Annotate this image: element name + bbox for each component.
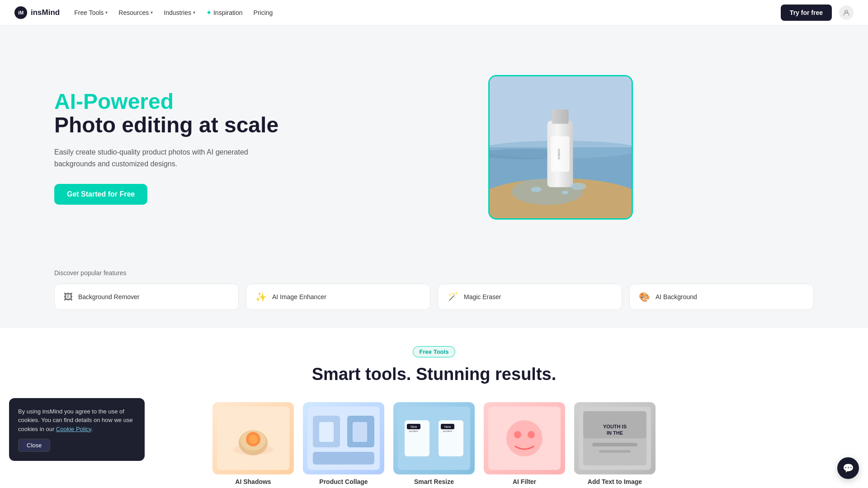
tool-product-collage[interactable]: Product Collage — [303, 402, 384, 485]
feature-magic-eraser[interactable]: 🪄 Magic Eraser — [438, 284, 622, 310]
chevron-down-icon: ▾ — [193, 10, 195, 15]
hero-product-image: insMind — [488, 75, 633, 220]
chat-icon: 💬 — [843, 463, 854, 474]
svg-text:IN THE: IN THE — [607, 430, 623, 436]
cookie-banner: By using insMind you agree to the use of… — [9, 398, 145, 461]
tool-smart-resize[interactable]: New product New product Smart Resize — [393, 402, 475, 485]
svg-point-38 — [528, 431, 535, 438]
tool-ai-filter[interactable]: AI Filter — [484, 402, 565, 485]
hero-scene-svg: insMind — [490, 75, 632, 220]
nav-industries[interactable]: Industries ▾ — [164, 7, 195, 18]
svg-point-11 — [531, 187, 542, 192]
user-icon — [843, 9, 850, 16]
plus-icon: ✦ — [206, 9, 212, 16]
svg-rect-8 — [552, 110, 568, 124]
free-tools-badge: Free Tools — [413, 346, 456, 357]
ai-shadows-svg — [217, 407, 289, 470]
add-text-label: Add Text to Image — [588, 478, 642, 485]
chevron-down-icon: ▾ — [151, 10, 153, 15]
nav-right: Try for free — [781, 5, 854, 21]
svg-rect-45 — [599, 450, 631, 453]
hero-left: AI-Powered Photo editing at scale Easily… — [54, 90, 307, 205]
svg-point-12 — [571, 183, 586, 190]
ai-filter-svg — [488, 407, 561, 470]
svg-rect-24 — [319, 422, 334, 442]
feature-image-enhancer[interactable]: ✨ AI Image Enhancer — [246, 284, 430, 310]
svg-text:New: New — [410, 425, 417, 428]
cookie-close-button[interactable]: Close — [18, 439, 50, 452]
logo[interactable]: iM insMind — [14, 6, 60, 19]
chevron-down-icon: ▾ — [105, 10, 108, 15]
nav-pricing[interactable]: Pricing — [254, 7, 273, 18]
product-collage-svg — [307, 407, 380, 470]
ai-filter-thumb — [484, 402, 565, 474]
feature-background-remover[interactable]: 🖼 Background Remover — [54, 284, 239, 310]
svg-point-13 — [561, 191, 569, 194]
nav-links: Free Tools ▾ Resources ▾ Industries ▾ ✦ … — [74, 7, 766, 18]
svg-text:insMind: insMind — [557, 149, 561, 160]
add-text-thumb: YOUTH IS IN THE — [574, 402, 656, 474]
features-section: Discover popular features 🖼 Background R… — [0, 260, 868, 328]
svg-point-36 — [506, 420, 542, 456]
cookie-policy-link[interactable]: Cookie Policy — [56, 426, 91, 432]
image-enhancer-icon: ✨ — [255, 291, 267, 302]
svg-point-37 — [514, 431, 521, 438]
smart-resize-thumb: New product New product — [393, 402, 475, 474]
hero-title: Photo editing at scale — [54, 113, 307, 137]
nav-resources[interactable]: Resources ▾ — [118, 7, 153, 18]
product-collage-thumb — [303, 402, 384, 474]
ai-shadows-thumb — [212, 402, 294, 474]
svg-rect-23 — [313, 452, 374, 465]
ai-shadows-label: AI Shadows — [235, 478, 271, 485]
logo-text: insMind — [31, 8, 60, 17]
chat-bubble-button[interactable]: 💬 — [837, 457, 859, 479]
features-grid: 🖼 Background Remover ✨ AI Image Enhancer… — [54, 284, 814, 310]
tool-ai-shadows[interactable]: AI Shadows — [212, 402, 294, 485]
hero-section: AI-Powered Photo editing at scale Easily… — [0, 25, 868, 260]
hero-right: insMind — [307, 75, 814, 220]
svg-text:product: product — [443, 430, 452, 432]
avatar[interactable] — [839, 5, 854, 20]
svg-rect-44 — [592, 443, 637, 446]
svg-text:New: New — [444, 425, 451, 428]
svg-rect-25 — [353, 422, 367, 442]
nav-inspiration[interactable]: ✦ Inspiration — [206, 7, 243, 18]
try-free-button[interactable]: Try for free — [781, 5, 832, 21]
svg-point-19 — [249, 435, 258, 444]
ai-filter-label: AI Filter — [513, 478, 536, 485]
nav-free-tools[interactable]: Free Tools ▾ — [74, 7, 108, 18]
discover-label: Discover popular features — [54, 269, 814, 277]
hero-description: Easily create studio-quality product pho… — [54, 146, 253, 169]
navbar: iM insMind Free Tools ▾ Resources ▾ Indu… — [0, 0, 868, 25]
add-text-svg: YOUTH IS IN THE — [579, 407, 651, 470]
magic-eraser-icon: 🪄 — [447, 291, 458, 302]
svg-text:product: product — [409, 430, 418, 432]
logo-icon: iM — [14, 6, 27, 19]
product-collage-label: Product Collage — [319, 478, 368, 485]
cookie-text: By using insMind you agree to the use of… — [18, 407, 136, 434]
tool-add-text[interactable]: YOUTH IS IN THE Add Text to Image — [574, 402, 656, 485]
background-remover-icon: 🖼 — [64, 292, 73, 302]
feature-ai-background[interactable]: 🎨 AI Background — [629, 284, 814, 310]
get-started-button[interactable]: Get Started for Free — [54, 184, 147, 205]
hero-ai-powered: AI-Powered — [54, 90, 307, 114]
smart-resize-label: Smart Resize — [414, 478, 454, 485]
smart-resize-svg: New product New product — [398, 407, 470, 470]
smart-tools-title: Smart tools. Stunning results. — [54, 365, 814, 384]
svg-text:YOUTH IS: YOUTH IS — [603, 424, 627, 429]
ai-background-icon: 🎨 — [639, 291, 650, 302]
tools-row-1: AI Shadows Product Collage — [54, 402, 814, 488]
